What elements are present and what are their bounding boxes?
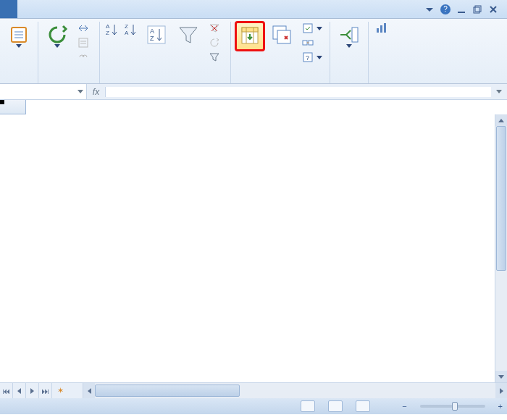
name-box[interactable] (0, 84, 87, 99)
chevron-down-icon (16, 44, 22, 56)
chevron-down-icon (317, 27, 322, 30)
svg-text:A: A (125, 30, 129, 36)
svg-rect-15 (277, 30, 290, 43)
svg-rect-16 (303, 24, 312, 33)
chevron-down-icon (346, 44, 352, 56)
expand-formula-icon[interactable] (491, 90, 507, 93)
zoom-out-button[interactable]: − (402, 402, 406, 411)
scroll-thumb[interactable] (496, 126, 506, 271)
clear-button (206, 22, 226, 35)
get-external-data-button[interactable] (4, 22, 33, 58)
chevron-down-icon (317, 56, 322, 59)
zoom-in-button[interactable]: + (498, 402, 503, 411)
text-to-columns-button[interactable] (235, 22, 264, 51)
refresh-all-button[interactable] (43, 22, 72, 58)
data-validation-button[interactable] (299, 22, 325, 35)
svg-text:A: A (106, 23, 110, 30)
restore-icon[interactable] (469, 3, 485, 16)
scroll-down-icon[interactable] (495, 371, 507, 382)
svg-rect-23 (380, 25, 382, 33)
chevron-down-icon[interactable] (77, 90, 83, 93)
tab-nav-next[interactable] (26, 383, 39, 398)
remove-duplicates-button[interactable] (267, 22, 296, 49)
tab-nav-last[interactable]: ⏭ (39, 383, 52, 398)
scroll-up-icon[interactable] (495, 114, 507, 126)
ribbon-minimize-icon[interactable] (422, 3, 437, 16)
help-icon[interactable]: ? (437, 3, 453, 16)
svg-text:Z: Z (106, 30, 109, 36)
svg-rect-0 (458, 12, 465, 13)
sort-desc-button[interactable]: ZA (123, 22, 139, 38)
svg-text:?: ? (306, 54, 309, 62)
what-if-button[interactable]: ? (299, 51, 325, 64)
advanced-button[interactable] (206, 51, 226, 64)
svg-rect-21 (352, 28, 358, 42)
svg-rect-4 (79, 38, 88, 47)
name-box-input[interactable] (3, 87, 68, 97)
data-analysis-button[interactable] (373, 22, 393, 35)
svg-rect-18 (309, 41, 313, 45)
tab-nav-first[interactable]: ⏮ (0, 383, 13, 398)
formula-input[interactable] (106, 87, 491, 97)
view-pagebreak-button[interactable] (356, 400, 370, 412)
view-normal-button[interactable] (301, 400, 315, 412)
view-layout-button[interactable] (328, 400, 343, 412)
svg-rect-22 (377, 28, 379, 33)
file-menu[interactable] (0, 0, 17, 18)
properties-button (75, 36, 95, 49)
tab-nav-prev[interactable] (13, 383, 26, 398)
close-icon[interactable] (485, 3, 501, 16)
svg-rect-13 (242, 28, 258, 32)
min-icon[interactable] (453, 3, 469, 16)
consolidate-button[interactable] (299, 36, 325, 49)
reapply-button (206, 36, 226, 49)
fx-button[interactable]: fx (87, 87, 106, 97)
svg-text:A: A (150, 28, 154, 35)
edit-links-button (75, 51, 95, 64)
subtotal-button[interactable] (335, 22, 364, 58)
horizontal-scrollbar[interactable] (83, 383, 507, 398)
svg-text:Z: Z (125, 23, 128, 30)
svg-rect-1 (474, 7, 479, 13)
svg-text:Z: Z (150, 35, 154, 42)
sort-asc-button[interactable]: AZ (104, 22, 120, 38)
scroll-right-icon[interactable] (495, 383, 507, 398)
svg-rect-17 (303, 41, 307, 45)
svg-rect-2 (475, 6, 481, 12)
filter-button[interactable] (174, 22, 203, 49)
add-sheet-button[interactable]: ✶ (52, 386, 68, 395)
sort-button[interactable]: AZ (142, 22, 171, 49)
scroll-thumb[interactable] (95, 385, 240, 397)
scroll-left-icon[interactable] (83, 383, 95, 398)
zoom-slider[interactable] (420, 405, 485, 408)
vertical-scrollbar[interactable] (495, 114, 507, 382)
connections-button[interactable] (75, 22, 95, 35)
chevron-down-icon (54, 44, 60, 56)
svg-rect-24 (384, 23, 386, 33)
